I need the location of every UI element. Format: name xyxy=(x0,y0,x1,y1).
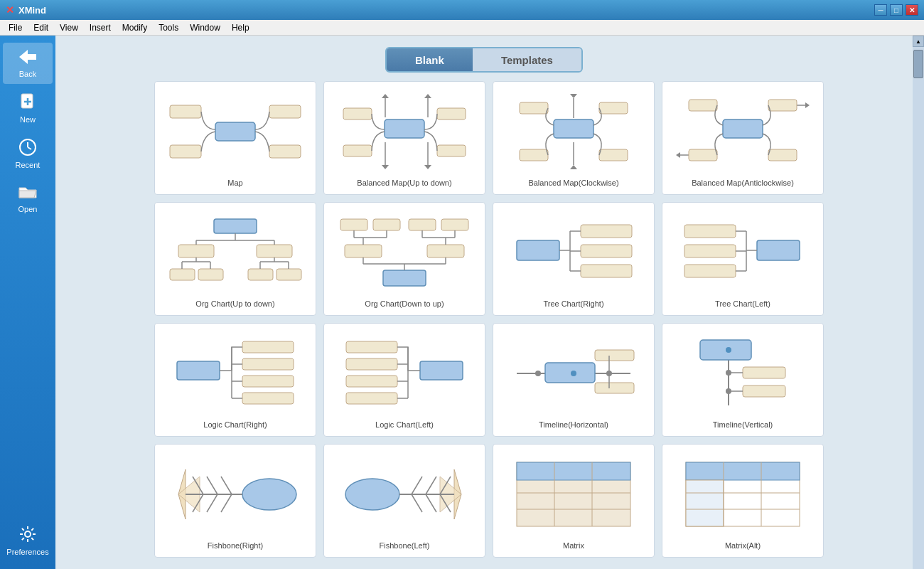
template-card-org-up-down[interactable]: Org Chart(Up to down) xyxy=(154,202,316,316)
menu-edit[interactable]: Edit xyxy=(28,21,54,34)
template-card-tree-right[interactable]: Tree Chart(Right) xyxy=(493,202,655,316)
svg-rect-127 xyxy=(545,363,595,383)
svg-rect-31 xyxy=(343,145,372,156)
svg-point-144 xyxy=(242,479,296,510)
svg-rect-99 xyxy=(757,240,800,260)
template-label-logic-left: Logic Chart(Left) xyxy=(375,420,434,429)
svg-rect-74 xyxy=(441,219,468,230)
sidebar-item-back[interactable]: Back xyxy=(3,43,53,84)
svg-line-158 xyxy=(412,477,422,494)
svg-marker-36 xyxy=(570,165,577,169)
sidebar-preferences-label: Preferences xyxy=(6,548,48,556)
svg-line-152 xyxy=(207,494,217,512)
svg-rect-40 xyxy=(520,149,548,161)
template-card-balanced-clockwise[interactable]: Balanced Map(Clockwise) xyxy=(493,81,655,195)
template-label-org-down-up: Org Chart(Down to up) xyxy=(365,299,444,308)
scroll-thumb[interactable] xyxy=(913,50,923,78)
svg-rect-76 xyxy=(427,245,464,257)
template-card-matrix[interactable]: Matrix xyxy=(493,444,655,558)
template-preview-tree-right xyxy=(503,210,645,295)
svg-rect-57 xyxy=(248,269,273,280)
template-card-matrix-alt[interactable]: Matrix(Alt) xyxy=(662,444,824,558)
template-preview-fishbone-left xyxy=(333,452,476,537)
maximize-button[interactable]: □ xyxy=(890,4,903,16)
tab-templates[interactable]: Templates xyxy=(473,48,581,71)
svg-rect-119 xyxy=(346,358,397,370)
template-card-balanced-up-down[interactable]: Balanced Map(Up to down) xyxy=(323,81,485,195)
svg-rect-41 xyxy=(599,149,628,161)
menu-insert[interactable]: Insert xyxy=(84,21,117,34)
menu-window[interactable]: Window xyxy=(184,21,226,34)
svg-line-15 xyxy=(22,538,24,540)
svg-rect-172 xyxy=(686,480,724,526)
template-preview-matrix xyxy=(503,452,645,537)
svg-rect-55 xyxy=(170,269,195,280)
svg-point-139 xyxy=(726,347,731,353)
svg-rect-16 xyxy=(215,122,255,141)
svg-rect-117 xyxy=(420,361,463,380)
template-preview-matrix-alt xyxy=(672,452,814,537)
template-card-fishbone-left[interactable]: Fishbone(Left) xyxy=(323,444,485,558)
menu-file[interactable]: File xyxy=(3,21,28,34)
svg-rect-73 xyxy=(409,219,436,230)
svg-rect-71 xyxy=(340,219,367,230)
svg-rect-42 xyxy=(554,119,593,138)
svg-rect-52 xyxy=(214,219,257,233)
scrollbar[interactable]: ▲ xyxy=(913,36,924,569)
template-label-timeline-v: Timeline(Vertical) xyxy=(713,420,773,429)
menu-tools[interactable]: Tools xyxy=(153,21,184,34)
svg-rect-93 xyxy=(581,265,632,277)
svg-rect-118 xyxy=(346,341,397,353)
svg-rect-39 xyxy=(599,102,628,114)
scroll-up-button[interactable]: ▲ xyxy=(913,36,924,47)
template-label-matrix: Matrix xyxy=(563,541,584,550)
svg-point-130 xyxy=(535,371,541,376)
template-preview-org-down-up xyxy=(333,210,476,295)
template-card-logic-right[interactable]: Logic Chart(Right) xyxy=(154,323,316,437)
new-icon xyxy=(18,92,37,114)
svg-rect-54 xyxy=(257,245,292,257)
template-label-tree-left: Tree Chart(Left) xyxy=(715,299,770,308)
tab-blank[interactable]: Blank xyxy=(387,48,473,71)
menu-modify[interactable]: Modify xyxy=(117,21,153,34)
svg-rect-110 xyxy=(242,358,294,370)
template-card-map[interactable]: Map xyxy=(154,81,316,195)
template-card-balanced-anticlockwise[interactable]: Balanced Map(Anticlockwise) xyxy=(662,81,824,195)
template-preview-timeline-v xyxy=(672,331,814,416)
svg-rect-90 xyxy=(517,240,559,260)
svg-rect-33 xyxy=(437,145,466,156)
sidebar-new-label: New xyxy=(20,115,36,124)
template-card-logic-left[interactable]: Logic Chart(Left) xyxy=(323,323,485,437)
svg-rect-121 xyxy=(346,393,397,404)
tab-bar: Blank Templates xyxy=(385,47,583,73)
template-card-timeline-v[interactable]: Timeline(Vertical) xyxy=(662,323,824,437)
svg-rect-58 xyxy=(276,269,301,280)
svg-line-159 xyxy=(426,477,436,494)
menu-help[interactable]: Help xyxy=(226,21,255,34)
svg-rect-101 xyxy=(684,245,736,257)
svg-rect-17 xyxy=(170,105,201,118)
menu-view[interactable]: View xyxy=(54,21,84,34)
back-icon xyxy=(18,48,38,68)
svg-point-154 xyxy=(345,479,399,510)
svg-marker-45 xyxy=(676,152,680,158)
sidebar: Back New Recent xyxy=(0,36,55,569)
svg-rect-50 xyxy=(768,149,797,161)
minimize-button[interactable]: ─ xyxy=(874,4,887,16)
sidebar-item-preferences[interactable]: Preferences xyxy=(3,519,53,562)
svg-line-12 xyxy=(22,528,24,531)
template-card-timeline-h[interactable]: Timeline(Horizontal) xyxy=(493,323,655,437)
svg-rect-165 xyxy=(517,462,630,480)
template-card-org-down-up[interactable]: Org Chart(Down to up) xyxy=(323,202,485,316)
template-preview-logic-left xyxy=(333,331,476,416)
svg-rect-49 xyxy=(689,149,717,161)
close-button[interactable]: ✕ xyxy=(906,4,918,16)
sidebar-item-new[interactable]: New xyxy=(3,87,53,129)
sidebar-item-recent[interactable]: Recent xyxy=(3,132,53,175)
sidebar-item-open[interactable]: Open xyxy=(3,178,53,219)
svg-rect-171 xyxy=(686,462,800,480)
template-card-fishbone-right[interactable]: Fishbone(Right) xyxy=(154,444,316,558)
template-card-tree-left[interactable]: Tree Chart(Left) xyxy=(662,202,824,316)
svg-rect-53 xyxy=(178,245,214,257)
svg-rect-29 xyxy=(385,119,424,138)
